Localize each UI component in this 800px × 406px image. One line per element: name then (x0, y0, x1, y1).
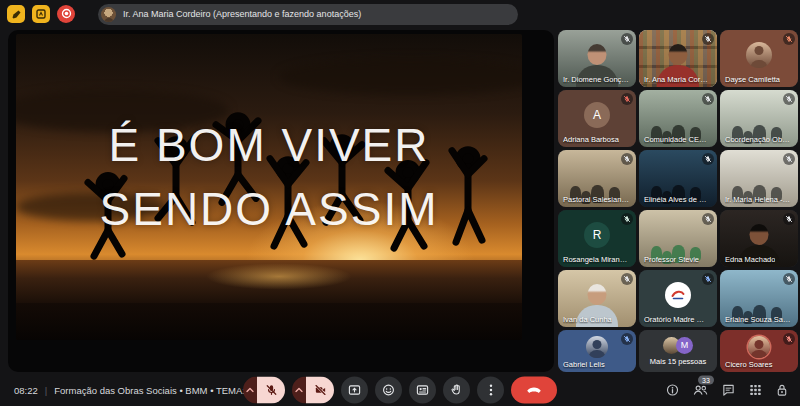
host-controls-button[interactable] (776, 383, 788, 396)
mic-muted-icon (265, 383, 278, 396)
mic-muted-badge (621, 33, 633, 45)
participant-name: Rosangela Miranda Sa... (563, 255, 629, 264)
camera-off-button[interactable] (306, 376, 334, 403)
participant-count-badge: 33 (698, 375, 714, 384)
avatar (746, 42, 772, 68)
mic-muted-badge (783, 153, 795, 165)
presentation-stage[interactable]: É BOM VIVER SENDO ASSIM (8, 30, 554, 372)
participant-tile[interactable]: AAdriana Barbosa (558, 90, 636, 147)
participant-tile[interactable]: Comunidade CEPOI (639, 90, 717, 147)
mic-muted-badge (702, 213, 714, 225)
mic-muted-badge (783, 333, 795, 345)
mic-muted-badge (783, 213, 795, 225)
mic-muted-icon (623, 275, 631, 283)
avatar: A (584, 102, 610, 128)
mic-muted-badge (702, 273, 714, 285)
participant-tile[interactable]: Elinéia Alves de Lima P... (639, 150, 717, 207)
overflow-participants: M Mais 15 pessoas (639, 330, 717, 372)
participant-tile[interactable]: Ir. Maria Helena - Diret... (720, 150, 798, 207)
presenter-avatar (101, 7, 116, 22)
mic-muted-icon (785, 95, 793, 103)
camera-control (292, 376, 334, 403)
avatar-photo-head (755, 340, 764, 349)
mic-muted-icon (704, 35, 712, 43)
mic-control (243, 376, 285, 403)
participant-tile[interactable]: Professor Stevie (639, 210, 717, 267)
record-button[interactable] (57, 5, 75, 23)
mic-muted-badge (783, 33, 795, 45)
participant-name: Comunidade CEPOI (644, 135, 710, 144)
annotation-panel-button[interactable] (32, 5, 50, 23)
annotation-pen-button[interactable] (7, 5, 25, 23)
participant-name: Erlaine Souza Santos (725, 315, 791, 324)
annotation-pen-icon (11, 5, 21, 23)
present-button[interactable] (341, 376, 368, 403)
participant-tile[interactable]: Ivan da Cunha (558, 270, 636, 327)
info-separator: | (45, 384, 47, 395)
mic-muted-badge (702, 33, 714, 45)
mic-muted-icon (623, 155, 631, 163)
participant-tile[interactable]: Oratório Madre Moran... (639, 270, 717, 327)
participant-name: Ir. Diomene Gonçalves (563, 75, 629, 84)
mic-muted-icon (623, 95, 631, 103)
people-icon (693, 383, 708, 396)
participant-tile[interactable]: Gabriel Lelis (558, 330, 636, 372)
mic-muted-badge (621, 213, 633, 225)
meeting-details-button[interactable] (666, 383, 679, 396)
raise-hand-icon (450, 383, 463, 396)
participant-name: Pastoral Salesianas (563, 195, 629, 204)
mic-muted-icon (785, 215, 793, 223)
activities-button[interactable] (749, 383, 762, 396)
raise-hand-button[interactable] (443, 376, 470, 403)
chat-button[interactable] (722, 383, 735, 396)
mic-muted-icon (785, 155, 793, 163)
mic-muted-badge (621, 273, 633, 285)
avatar (748, 336, 770, 358)
more-options-button[interactable] (477, 376, 504, 403)
avatar-photo-head (755, 46, 764, 55)
participant-tile[interactable]: Ir. Diomene Gonçalves (558, 30, 636, 87)
participant-tile[interactable]: Ir. Ana Maria Cordeiro (639, 30, 717, 87)
overflow-count-label: Mais 15 pessoas (650, 357, 706, 366)
participant-tile[interactable]: Cicero Soares (720, 330, 798, 372)
presenter-banner: Ir. Ana Maria Cordeiro (Apresentando e f… (98, 4, 518, 25)
slide-title-line1: É BOM VIVER (16, 118, 522, 172)
avatar-photo-head (593, 340, 602, 349)
mic-muted-icon (704, 215, 712, 223)
more-options-icon (489, 383, 493, 396)
captions-button[interactable] (409, 376, 436, 403)
chat-icon (722, 383, 735, 396)
mic-mute-button[interactable] (257, 376, 285, 403)
mic-muted-icon (785, 35, 793, 43)
participant-tile[interactable]: Erlaine Souza Santos (720, 270, 798, 327)
mic-options-button[interactable] (243, 376, 257, 403)
meeting-side-controls: 33 (666, 383, 788, 396)
participant-tile[interactable]: Dayse Camiletta (720, 30, 798, 87)
participant-tile[interactable]: RRosangela Miranda Sa... (558, 210, 636, 267)
participant-tile[interactable]: Coordenação Obra Pr... (720, 90, 798, 147)
participant-name: Elinéia Alves de Lima P... (644, 195, 710, 204)
end-call-button[interactable] (511, 376, 557, 403)
participant-name: Edna Machado (725, 255, 775, 264)
people-button[interactable]: 33 (693, 383, 708, 396)
slide-title-line2: SENDO ASSIM (16, 182, 522, 236)
participant-tile[interactable]: Pastoral Salesianas (558, 150, 636, 207)
participant-name: Ir. Ana Maria Cordeiro (644, 75, 710, 84)
participant-name: Professor Stevie (644, 255, 699, 264)
avatar (665, 282, 691, 308)
camera-options-button[interactable] (292, 376, 306, 403)
mic-muted-badge (702, 153, 714, 165)
captions-icon (416, 383, 429, 396)
participant-name: Cicero Soares (725, 360, 773, 369)
participant-tile[interactable]: M Mais 15 pessoas (639, 330, 717, 372)
present-screen-icon (348, 383, 361, 396)
mic-muted-badge (621, 153, 633, 165)
mic-muted-badge (702, 93, 714, 105)
presenter-banner-text: Ir. Ana Maria Cordeiro (Apresentando e f… (123, 9, 361, 19)
mic-muted-icon (785, 335, 793, 343)
participant-tile[interactable]: Edna Machado (720, 210, 798, 267)
reactions-button[interactable] (375, 376, 402, 403)
oratorio-logo-icon (668, 285, 688, 305)
record-icon (61, 5, 72, 23)
mic-muted-icon (704, 275, 712, 283)
